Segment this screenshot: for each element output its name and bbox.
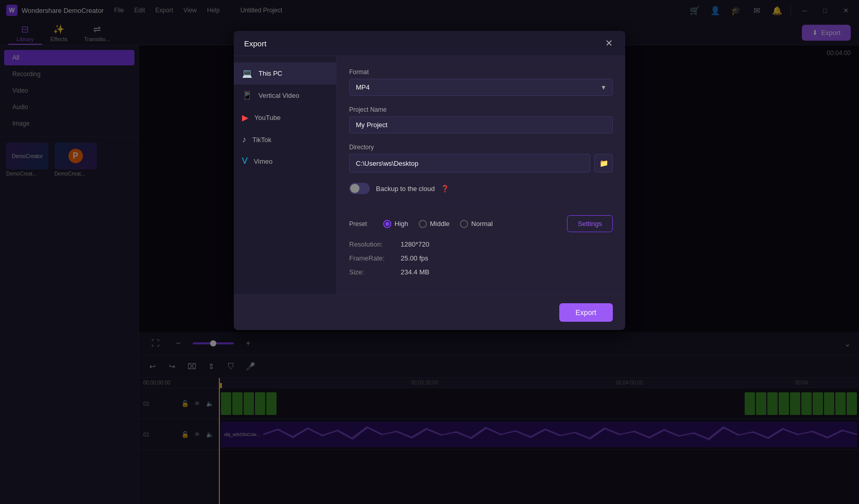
format-label: Format xyxy=(349,68,613,76)
sidebar-tiktok-label: TikTok xyxy=(252,136,271,144)
modal-footer: Export xyxy=(234,294,625,330)
sidebar-youtube-label: YouTube xyxy=(254,114,281,121)
preset-label: Preset xyxy=(349,220,375,228)
tiktok-icon: ♪ xyxy=(242,135,246,144)
backup-help-icon[interactable]: ❓ xyxy=(441,185,449,193)
size-row: Size: 234.4 MB xyxy=(349,268,613,276)
settings-button[interactable]: Settings xyxy=(567,215,613,232)
preset-high[interactable]: High xyxy=(383,220,408,228)
vimeo-icon: V xyxy=(242,157,248,166)
project-name-input[interactable] xyxy=(349,116,613,133)
export-modal-button[interactable]: Export xyxy=(559,303,613,322)
preset-normal[interactable]: Normal xyxy=(460,220,493,228)
modal-overlay: Export ✕ 💻 This PC 📱 Vertical Video ▶ Yo… xyxy=(0,0,859,504)
format-select[interactable]: MP4 AVI MOV GIF MP3 xyxy=(349,79,613,96)
divider xyxy=(349,204,613,205)
modal-header: Export ✕ xyxy=(234,31,625,56)
size-value: 234.4 MB xyxy=(401,268,430,276)
directory-input[interactable] xyxy=(349,154,590,172)
preset-normal-radio[interactable] xyxy=(460,220,468,228)
modal-close-button[interactable]: ✕ xyxy=(603,37,615,49)
sidebar-vimeo-label: Vimeo xyxy=(254,158,273,165)
sidebar-youtube[interactable]: ▶ YouTube xyxy=(234,107,336,129)
format-select-wrapper: MP4 AVI MOV GIF MP3 ▼ xyxy=(349,79,613,96)
preset-middle-label: Middle xyxy=(430,220,450,228)
vertical-video-icon: 📱 xyxy=(242,91,252,100)
youtube-icon: ▶ xyxy=(242,113,248,123)
project-name-label: Project Name xyxy=(349,106,613,113)
directory-browse-button[interactable]: 📁 xyxy=(594,154,613,172)
this-pc-icon: 💻 xyxy=(242,68,252,78)
preset-middle[interactable]: Middle xyxy=(419,220,450,228)
preset-radio-group: High Middle Normal xyxy=(383,220,559,228)
resolution-row: Resolution: 1280*720 xyxy=(349,240,613,248)
export-modal: Export ✕ 💻 This PC 📱 Vertical Video ▶ Yo… xyxy=(234,31,625,330)
sidebar-vertical-video[interactable]: 📱 Vertical Video xyxy=(234,84,336,107)
resolution-key: Resolution: xyxy=(349,240,401,248)
backup-toggle-thumb xyxy=(350,184,359,193)
directory-row: 📁 xyxy=(349,154,613,172)
modal-body: 💻 This PC 📱 Vertical Video ▶ YouTube ♪ T… xyxy=(234,56,625,294)
sidebar-tiktok[interactable]: ♪ TikTok xyxy=(234,129,336,150)
modal-sidebar: 💻 This PC 📱 Vertical Video ▶ YouTube ♪ T… xyxy=(234,56,337,294)
framerate-key: FrameRate: xyxy=(349,254,401,262)
format-group: Format MP4 AVI MOV GIF MP3 ▼ xyxy=(349,68,613,96)
resolution-value: 1280*720 xyxy=(401,240,430,248)
preset-section: Preset High Middle Normal xyxy=(349,215,613,232)
modal-title: Export xyxy=(244,39,266,48)
sidebar-vimeo[interactable]: V Vimeo xyxy=(234,150,336,172)
size-key: Size: xyxy=(349,268,401,276)
preset-high-label: High xyxy=(394,220,408,228)
backup-row: Backup to the cloud ❓ xyxy=(349,183,613,194)
preset-middle-radio[interactable] xyxy=(419,220,427,228)
directory-group: Directory 📁 xyxy=(349,144,613,172)
preset-normal-label: Normal xyxy=(471,220,493,228)
backup-label: Backup to the cloud xyxy=(376,185,435,193)
modal-form-content: Format MP4 AVI MOV GIF MP3 ▼ Proj xyxy=(337,56,625,294)
project-name-group: Project Name xyxy=(349,106,613,133)
framerate-row: FrameRate: 25.00 fps xyxy=(349,254,613,262)
sidebar-this-pc[interactable]: 💻 This PC xyxy=(234,62,336,84)
directory-label: Directory xyxy=(349,144,613,151)
backup-toggle[interactable] xyxy=(349,183,370,194)
framerate-value: 25.00 fps xyxy=(401,254,428,262)
sidebar-vertical-video-label: Vertical Video xyxy=(259,92,299,99)
sidebar-this-pc-label: This PC xyxy=(259,69,282,77)
preset-high-radio[interactable] xyxy=(383,220,391,228)
